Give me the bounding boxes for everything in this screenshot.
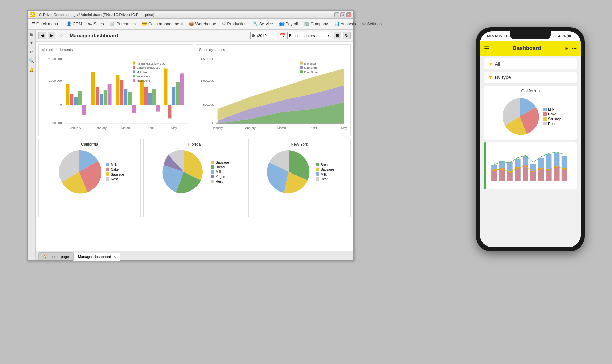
crm-label: CRM <box>73 22 82 26</box>
newyork-pie-box: New York <box>248 139 351 217</box>
company-dropdown[interactable]: Best computers ▾ <box>287 32 332 39</box>
purchases-label: Purchases <box>116 22 136 26</box>
svg-rect-42 <box>133 70 135 73</box>
sidebar-star-icon[interactable]: ★ <box>28 40 35 47</box>
calendar-icon[interactable]: 📅 <box>279 33 285 38</box>
area-chart-box: Sales dynamics 1,500,000 1,000,000 500,0… <box>196 44 351 136</box>
menu-production[interactable]: ⚙ Production <box>219 20 249 28</box>
phone-dashboard-title: Dashboard <box>489 45 565 51</box>
phone-notch <box>510 31 551 39</box>
svg-rect-25 <box>148 93 152 105</box>
filter-all-section[interactable]: ▼ All <box>484 58 577 69</box>
phone-dot-sausage <box>543 117 547 121</box>
phone-more-icon[interactable]: ••• <box>572 46 577 51</box>
phone-content: ▼ All ▼ By type California <box>480 56 581 247</box>
svg-rect-17 <box>108 84 112 105</box>
svg-rect-89 <box>562 168 567 181</box>
phone-device: MTS RUS LTE 21:36 41 % ☰ Dashboard ⊞ ••• <box>476 27 585 251</box>
warehouse-label: Warehouse <box>195 22 216 26</box>
svg-rect-66 <box>300 66 303 69</box>
svg-rect-16 <box>104 90 107 105</box>
menu-service[interactable]: 🔧 Service <box>250 20 276 28</box>
maximize-button[interactable]: □ <box>340 12 345 17</box>
phone-grid-icon[interactable]: ⊞ <box>565 46 569 51</box>
florida-pie-box: Florida <box>143 139 246 217</box>
menu-sales[interactable]: 🏷 Sales <box>85 20 106 28</box>
legend-dot-sausage <box>106 172 109 176</box>
analysis-icon: 📊 <box>334 21 340 26</box>
dropdown-arrow-icon: ▾ <box>328 33 330 38</box>
phone-hamburger-icon[interactable]: ☰ <box>484 45 489 52</box>
service-icon: 🔧 <box>253 21 258 26</box>
florida-dot-bread <box>211 165 214 169</box>
menu-quick-menu[interactable]: ☰ Quick menu <box>29 20 61 28</box>
sidebar-search-icon[interactable]: 🔍 <box>28 57 35 64</box>
tabs-bar: 🏠 Home page Manager dashboard ✕ <box>36 251 353 260</box>
filter-all-header: ▼ All <box>488 61 573 67</box>
svg-point-98 <box>556 166 558 168</box>
phone-bar-section <box>484 142 577 189</box>
sidebar-grid-icon[interactable]: ⊞ <box>28 31 35 38</box>
menu-settings[interactable]: ⚙ Settings <box>359 20 385 28</box>
settings-label: Settings <box>367 22 382 26</box>
svg-rect-20 <box>124 89 128 105</box>
svg-text:January: January <box>212 126 223 130</box>
menu-company[interactable]: 🏢 Company <box>301 20 330 28</box>
dropdown-nav-button[interactable]: ⊡ <box>334 32 341 39</box>
warehouse-icon: 📦 <box>189 21 194 26</box>
menu-purchases[interactable]: 🛒 Purchases <box>107 20 138 28</box>
sidebar-history-icon[interactable]: ⟳ <box>28 49 35 55</box>
purchases-icon: 🛒 <box>110 21 115 26</box>
menu-analysis[interactable]: 📊 Analysis <box>332 20 359 28</box>
menu-warehouse[interactable]: 📦 Warehouse <box>186 20 219 28</box>
refresh-button[interactable]: ↻ <box>343 32 351 39</box>
menu-payroll[interactable]: 👥 Payroll <box>276 20 301 28</box>
phone-california-section: California Milk <box>484 86 577 140</box>
area-chart-title: Sales dynamics <box>199 48 347 52</box>
svg-rect-46 <box>133 79 135 82</box>
svg-rect-26 <box>152 89 156 105</box>
tab-home[interactable]: 🏠 Home page <box>38 252 73 260</box>
service-label: Service <box>259 22 273 26</box>
svg-rect-29 <box>168 105 171 119</box>
toolbar-row: ◀ ▶ ☆ Manager dashboard 📅 Best computers… <box>36 30 353 42</box>
phone-top-icons: ⊞ ••• <box>565 46 577 51</box>
phone-body: MTS RUS LTE 21:36 41 % ☰ Dashboard ⊞ ••• <box>476 27 585 251</box>
newyork-dot-milk <box>316 172 319 176</box>
newyork-pie-container: Bread Sausage Milk <box>265 148 334 196</box>
back-button[interactable]: ◀ <box>38 32 46 39</box>
tab-close-icon[interactable]: ✕ <box>113 255 116 259</box>
svg-rect-11 <box>78 91 82 105</box>
svg-text:2,000,000: 2,000,000 <box>48 57 62 61</box>
tab-home-label: Home page <box>50 255 69 259</box>
svg-point-93 <box>517 167 519 169</box>
close-button[interactable]: ✕ <box>346 12 351 17</box>
newyork-dot-rest <box>316 177 319 181</box>
filter-bytype-section[interactable]: ▼ By type <box>484 72 577 83</box>
menu-cash-management[interactable]: 💳 Cash management <box>139 20 185 28</box>
filter-bytype-icon: ▼ <box>488 75 493 80</box>
svg-rect-19 <box>120 80 123 105</box>
california-pie-box: California <box>38 139 141 217</box>
home-icon: 🏠 <box>43 254 48 259</box>
tab-manager-dashboard[interactable]: Manager dashboard ✕ <box>73 253 120 261</box>
svg-text:0: 0 <box>213 121 214 125</box>
phone-california-title: California <box>488 88 573 93</box>
svg-rect-84 <box>523 165 528 181</box>
florida-pie-container: Sausage Bread Milk <box>160 148 229 196</box>
california-pie-svg <box>55 148 103 196</box>
status-right: 41 % <box>558 34 575 38</box>
filter-all-icon: ▼ <box>488 61 493 67</box>
forward-button[interactable]: ▶ <box>48 32 55 39</box>
hamburger-icon: ☰ <box>32 22 35 26</box>
svg-rect-13 <box>91 72 95 105</box>
menu-crm[interactable]: 👤 CRM <box>64 20 85 28</box>
favorite-star-button[interactable]: ☆ <box>57 32 65 39</box>
production-label: Production <box>227 22 247 26</box>
minimize-button[interactable]: ─ <box>334 12 339 17</box>
date-field[interactable] <box>250 32 277 39</box>
sidebar-bell-icon[interactable]: 🔔 <box>28 66 35 73</box>
svg-rect-12 <box>82 105 86 115</box>
svg-rect-40 <box>133 66 135 69</box>
svg-point-91 <box>501 168 503 170</box>
